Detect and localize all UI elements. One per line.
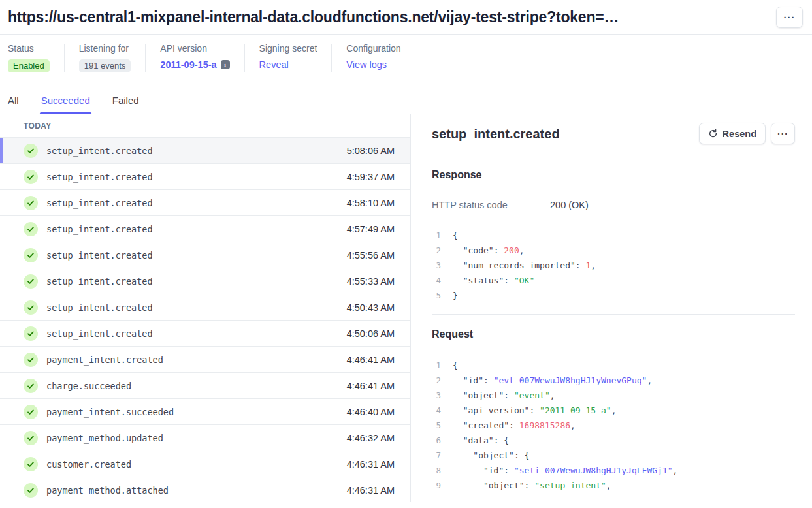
event-list-row[interactable]: setup_intent.created4:55:56 AM xyxy=(0,242,410,268)
reveal-link[interactable]: Reveal xyxy=(259,59,317,70)
code-text: "object": "event", xyxy=(453,388,555,403)
info-icon[interactable]: i xyxy=(221,60,230,69)
event-time: 4:46:41 AM xyxy=(347,355,395,365)
code-text: "created": 1698815286, xyxy=(453,418,576,433)
tab-failed[interactable]: Failed xyxy=(112,95,139,114)
event-list-row[interactable]: setup_intent.created4:50:43 AM xyxy=(0,294,410,321)
detail-overflow-button[interactable]: ··· xyxy=(771,123,795,144)
event-list-row[interactable]: payment_intent.created4:46:41 AM xyxy=(0,347,410,373)
event-list-row[interactable]: customer.created4:46:31 AM xyxy=(0,451,410,477)
event-detail-title: setup_intent.created xyxy=(432,123,560,142)
event-list-row[interactable]: setup_intent.created4:57:49 AM xyxy=(0,216,410,242)
code-line: 8 "id": "seti_007WewuJW8hgHJ1yJqLFWGj1", xyxy=(432,463,795,478)
event-time: 4:58:10 AM xyxy=(347,198,395,208)
divider xyxy=(244,44,245,72)
event-name: setup_intent.created xyxy=(46,146,153,156)
check-circle-icon xyxy=(24,274,38,289)
api-version-link[interactable]: 2011-09-15-a xyxy=(160,59,216,70)
line-number: 9 xyxy=(432,478,441,493)
event-time: 4:50:06 AM xyxy=(347,328,395,339)
event-list-row[interactable]: payment_method.attached4:46:31 AM xyxy=(0,477,410,502)
resend-refresh-icon xyxy=(708,129,718,138)
event-time: 4:59:37 AM xyxy=(347,172,395,182)
line-number: 2 xyxy=(432,373,441,388)
code-text: { xyxy=(453,228,458,243)
response-section-heading: Response xyxy=(432,169,795,181)
event-name: setup_intent.created xyxy=(46,250,153,261)
event-list-row[interactable]: payment_intent.succeeded4:46:40 AM xyxy=(0,399,410,425)
status-label: Status xyxy=(8,43,50,54)
event-list-row[interactable]: payment_method.updated4:46:32 AM xyxy=(0,425,410,451)
event-list-row[interactable]: setup_intent.created5:08:06 AM xyxy=(0,138,410,164)
code-line: 2 "code": 200, xyxy=(432,243,795,258)
check-circle-icon xyxy=(24,196,38,210)
line-number: 3 xyxy=(432,388,441,403)
check-circle-icon xyxy=(24,248,38,262)
line-number: 4 xyxy=(432,403,441,418)
code-text: "object": { xyxy=(453,448,529,463)
line-number: 8 xyxy=(432,463,441,478)
event-list-row[interactable]: setup_intent.created4:55:33 AM xyxy=(0,268,410,294)
divider xyxy=(331,44,332,72)
check-circle-icon xyxy=(24,379,38,393)
http-status-value: 200 (OK) xyxy=(550,200,589,210)
resend-button[interactable]: Resend xyxy=(699,123,766,144)
event-name: setup_intent.created xyxy=(46,224,153,234)
check-circle-icon xyxy=(24,353,38,367)
line-number: 6 xyxy=(432,433,441,448)
code-text: "data": { xyxy=(453,433,509,448)
status-col-status: Status Enabled xyxy=(8,43,50,72)
api-version-label: API version xyxy=(160,43,229,54)
code-line: 5} xyxy=(432,288,795,303)
code-line: 6 "data": { xyxy=(432,433,795,448)
header-overflow-button[interactable]: ··· xyxy=(776,7,803,28)
event-list-rows: setup_intent.created5:08:06 AMsetup_inte… xyxy=(0,138,410,502)
tab-all[interactable]: All xyxy=(8,95,19,114)
event-name: charge.succeeded xyxy=(46,381,131,391)
check-circle-icon xyxy=(24,326,38,341)
request-code-block: 1{2 "id": "evt_007WewuJW8hgHJ1yWnevGPuq"… xyxy=(432,358,795,493)
ellipsis-icon: ··· xyxy=(777,129,788,139)
code-line: 4 "api_version": "2011-09-15-a", xyxy=(432,403,795,418)
event-list-row[interactable]: setup_intent.created4:58:10 AM xyxy=(0,190,410,216)
event-name: setup_intent.created xyxy=(46,276,153,287)
listening-for-label: Listening for xyxy=(79,43,131,54)
status-col-api-version: API version 2011-09-15-a i xyxy=(160,43,229,72)
event-list-row[interactable]: setup_intent.created4:50:06 AM xyxy=(0,321,410,347)
event-time: 4:57:49 AM xyxy=(347,224,395,234)
event-time: 4:50:43 AM xyxy=(347,302,395,313)
code-text: } xyxy=(453,288,458,303)
view-logs-link[interactable]: View logs xyxy=(346,59,400,70)
code-text: "api_version": "2011-09-15-a", xyxy=(453,403,616,418)
tab-succeeded[interactable]: Succeeded xyxy=(41,95,90,114)
code-line: 7 "object": { xyxy=(432,448,795,463)
status-col-signing-secret: Signing secret Reveal xyxy=(259,43,317,72)
event-name: setup_intent.created xyxy=(46,172,153,182)
divider xyxy=(64,44,65,72)
response-code-block: 1{2 "code": 200,3 "num_records_imported"… xyxy=(432,228,795,303)
status-badge: Enabled xyxy=(8,59,50,72)
http-status-label: HTTP status code xyxy=(432,200,550,210)
line-number: 4 xyxy=(432,273,441,288)
code-text: "code": 200, xyxy=(453,243,525,258)
event-list: TODAY setup_intent.created5:08:06 AMsetu… xyxy=(0,114,411,502)
detail-actions: Resend ··· xyxy=(699,123,795,144)
ellipsis-icon: ··· xyxy=(784,12,796,23)
check-circle-icon xyxy=(24,457,38,471)
check-circle-icon xyxy=(24,405,38,419)
event-time: 4:46:40 AM xyxy=(347,407,395,417)
event-name: setup_intent.created xyxy=(46,198,153,208)
line-number: 5 xyxy=(432,418,441,433)
event-list-row[interactable]: setup_intent.created4:59:37 AM xyxy=(0,164,410,190)
resend-label: Resend xyxy=(723,129,756,139)
event-name: payment_intent.succeeded xyxy=(46,407,174,417)
status-col-listening: Listening for 191 events xyxy=(79,43,131,72)
request-section-heading: Request xyxy=(432,328,795,340)
line-number: 7 xyxy=(432,448,441,463)
event-list-row[interactable]: charge.succeeded4:46:41 AM xyxy=(0,373,410,399)
detail-header: setup_intent.created Resend ··· xyxy=(432,123,795,144)
check-circle-icon xyxy=(24,144,38,158)
line-number: 5 xyxy=(432,288,441,303)
event-filter-tabs: All Succeeded Failed xyxy=(0,83,812,114)
line-number: 2 xyxy=(432,243,441,258)
